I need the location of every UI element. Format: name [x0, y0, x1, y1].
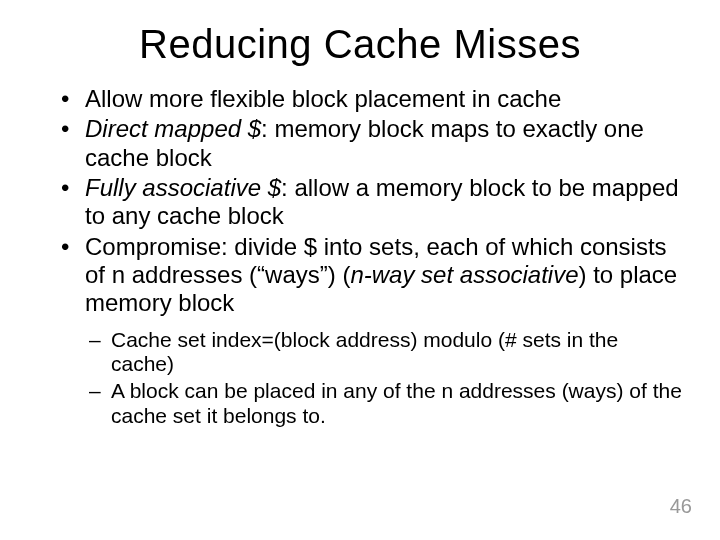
bullet-list: Allow more flexible block placement in c… — [55, 85, 685, 318]
term: Direct mapped $ — [85, 115, 261, 142]
bullet-item: Fully associative $: allow a memory bloc… — [55, 174, 685, 231]
term: Fully associative $ — [85, 174, 281, 201]
term: n-way set associative — [350, 261, 578, 288]
sub-bullet-item: A block can be placed in any of the n ad… — [85, 379, 685, 429]
bullet-item: Direct mapped $: memory block maps to ex… — [55, 115, 685, 172]
slide: Reducing Cache Misses Allow more flexibl… — [0, 0, 720, 540]
bullet-item: Allow more flexible block placement in c… — [55, 85, 685, 113]
sub-bullet-item: Cache set index=(block address) modulo (… — [85, 328, 685, 378]
slide-body: Allow more flexible block placement in c… — [0, 85, 720, 429]
page-number: 46 — [670, 495, 692, 518]
sub-bullet-list: Cache set index=(block address) modulo (… — [85, 328, 685, 429]
slide-title: Reducing Cache Misses — [0, 0, 720, 77]
bullet-item: Compromise: divide $ into sets, each of … — [55, 233, 685, 318]
